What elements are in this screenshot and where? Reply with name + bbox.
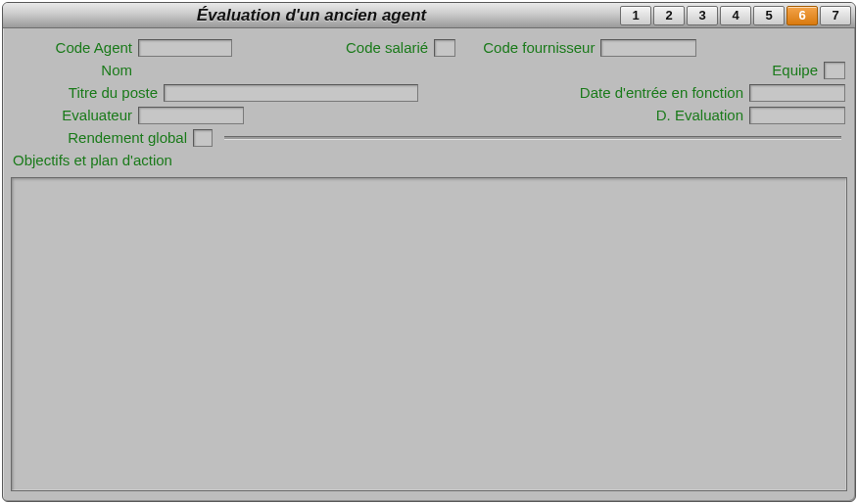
tab-1[interactable]: 1 — [620, 6, 651, 25]
tab-3[interactable]: 3 — [687, 6, 718, 25]
label-evaluateur: Evaluateur — [13, 107, 132, 123]
tab-7[interactable]: 7 — [820, 6, 851, 25]
field-code-agent[interactable] — [138, 39, 232, 57]
label-rendement-global: Rendement global — [13, 129, 187, 146]
rendement-slider[interactable] — [224, 136, 841, 140]
tab-4[interactable]: 4 — [720, 6, 751, 25]
tab-2[interactable]: 2 — [653, 6, 685, 25]
label-titre-poste: Titre du poste — [13, 84, 158, 101]
field-equipe[interactable] — [824, 62, 845, 79]
field-rendement-global[interactable] — [193, 129, 213, 147]
label-date-entree: Date d'entrée en fonction — [580, 84, 743, 101]
field-d-evaluation[interactable] — [749, 107, 845, 124]
field-evaluateur[interactable] — [138, 107, 244, 124]
label-code-fournisseur: Code fournisseur — [483, 39, 595, 56]
tab-6[interactable]: 6 — [786, 6, 818, 25]
objectifs-textarea[interactable] — [11, 177, 847, 491]
label-code-agent: Code Agent — [13, 39, 132, 56]
page-tabs: 1234567 — [620, 3, 855, 27]
window-title: Évaluation d'un ancien agent — [3, 3, 620, 27]
label-objectifs: Objectifs et plan d'action — [13, 152, 172, 168]
label-code-salarie: Code salarié — [346, 39, 428, 56]
field-date-entree[interactable] — [749, 84, 845, 102]
evaluation-window: Évaluation d'un ancien agent 1234567 Cod… — [2, 2, 856, 502]
field-code-fournisseur[interactable] — [600, 39, 696, 57]
label-equipe: Equipe — [772, 62, 818, 78]
field-titre-poste[interactable] — [164, 84, 418, 102]
label-nom: Nom — [13, 62, 132, 78]
label-d-evaluation: D. Evaluation — [656, 107, 743, 123]
titlebar: Évaluation d'un ancien agent 1234567 — [3, 3, 855, 28]
form-area: Code Agent Code salarié Code fournisseur… — [3, 28, 855, 175]
field-code-salarie[interactable] — [434, 39, 455, 57]
tab-5[interactable]: 5 — [753, 6, 785, 25]
